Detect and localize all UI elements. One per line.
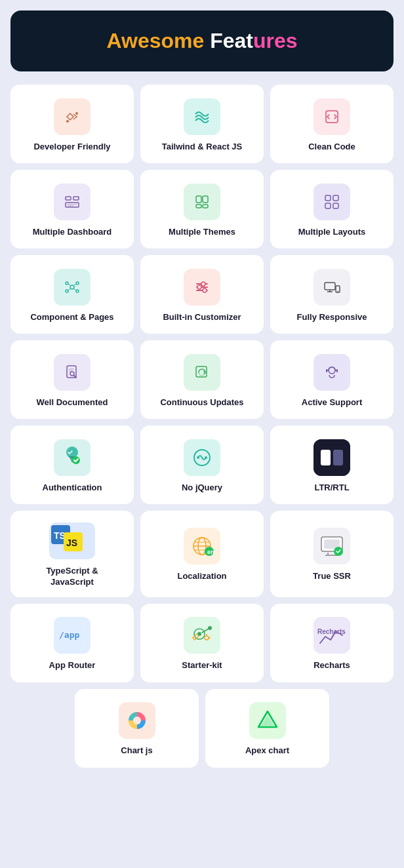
feature-apex-chart: Apex chart <box>205 689 329 768</box>
apex-chart-label: Apex chart <box>245 745 289 757</box>
feature-authentication: Authentication <box>10 425 134 504</box>
svg-point-36 <box>201 282 205 286</box>
ltr-rtl-icon <box>313 439 350 476</box>
starter-kit-icon <box>184 617 220 654</box>
multiple-layouts-icon <box>313 184 350 220</box>
feature-typescript-js: TS JS TypeScript &JavaScript <box>10 511 134 597</box>
feature-recharts: Recharts Recharts <box>270 604 394 682</box>
starter-kit-label: Starter-kit <box>182 660 222 671</box>
fully-responsive-icon <box>313 269 350 306</box>
chart-js-icon <box>119 702 155 739</box>
svg-point-2 <box>66 120 69 123</box>
continuous-updates-icon <box>184 354 220 391</box>
svg-rect-17 <box>320 190 344 214</box>
features-grid-row4: Well Documented Continuous Updates <box>10 340 394 419</box>
svg-point-1 <box>75 112 78 115</box>
svg-rect-98 <box>313 617 350 654</box>
feature-no-jquery: No jQuery <box>140 425 264 504</box>
developer-friendly-label: Developer Friendly <box>33 142 110 153</box>
feature-chart-js: Chart js <box>75 689 199 768</box>
feature-multiple-layouts: Multiple Layouts <box>270 170 394 248</box>
ltr-rtl-label: LTR/RTL <box>314 483 349 494</box>
svg-point-101 <box>133 717 141 724</box>
app-router-label: App Router <box>49 660 96 671</box>
recharts-icon: Recharts <box>313 617 350 654</box>
features-grid-row6: TS JS TypeScript &JavaScript en <box>10 511 394 597</box>
svg-rect-6 <box>60 190 84 214</box>
component-pages-icon <box>54 269 91 306</box>
svg-rect-91 <box>184 617 220 654</box>
svg-point-38 <box>203 288 207 292</box>
fully-responsive-label: Fully Responsive <box>297 312 367 323</box>
features-grid-row7: /app App Router Starter-ki <box>10 604 394 682</box>
recharts-label: Recharts <box>313 660 350 671</box>
no-jquery-label: No jQuery <box>182 483 222 494</box>
developer-friendly-icon <box>54 98 91 135</box>
tailwind-react-icon <box>184 98 220 135</box>
tailwind-react-label: Tailwind & React JS <box>162 142 243 153</box>
feature-multiple-themes: Multiple Themes <box>140 170 264 248</box>
feature-component-pages: Component & Pages <box>10 255 134 334</box>
component-pages-label: Component & Pages <box>30 312 113 323</box>
multiple-themes-icon <box>184 184 220 220</box>
multiple-dashboard-label: Multiple Dashboard <box>33 227 112 238</box>
authentication-label: Authentication <box>43 483 102 494</box>
feature-active-support: Active Support <box>270 340 394 419</box>
svg-text:JS: JS <box>66 538 77 548</box>
feature-ltr-rtl: LTR/RTL <box>270 425 394 504</box>
well-documented-icon <box>54 354 91 391</box>
svg-rect-12 <box>190 190 214 214</box>
true-ssr-icon <box>313 528 350 564</box>
svg-text:/app: /app <box>59 630 79 640</box>
active-support-label: Active Support <box>302 397 362 408</box>
svg-point-65 <box>197 456 199 459</box>
svg-rect-67 <box>313 439 350 476</box>
svg-rect-58 <box>326 369 327 372</box>
authentication-icon <box>54 439 91 476</box>
header-banner: Awesome Features <box>10 10 394 71</box>
svg-rect-0 <box>60 105 84 128</box>
feature-app-router: /app App Router <box>10 604 134 682</box>
feature-starter-kit: Starter-kit <box>140 604 264 682</box>
svg-point-93 <box>197 632 201 636</box>
no-jquery-icon <box>184 439 220 476</box>
clean-code-icon <box>313 98 350 135</box>
features-grid-row1: Developer Friendly Tailwind & React JS <box>10 85 394 163</box>
svg-rect-51 <box>190 361 214 384</box>
svg-rect-68 <box>321 450 331 465</box>
feature-tailwind-react: Tailwind & React JS <box>140 85 264 163</box>
clean-code-label: Clean Code <box>308 142 355 153</box>
svg-point-44 <box>337 290 338 292</box>
feature-localization: en Localization <box>140 511 264 597</box>
app-router-icon: /app <box>54 617 91 654</box>
svg-rect-59 <box>336 369 338 372</box>
feature-developer-friendly: Developer Friendly <box>10 85 134 163</box>
builtin-customizer-icon <box>184 269 220 306</box>
features-grid-row2: Multiple Dashboard Multiple Themes <box>10 170 394 248</box>
svg-rect-45 <box>60 361 84 384</box>
features-grid-row3: Component & Pages Built-in Customizer <box>10 255 394 334</box>
feature-builtin-customizer: Built-in Customizer <box>140 255 264 334</box>
typescript-js-icon: TS JS <box>49 523 95 559</box>
multiple-dashboard-icon <box>54 184 91 220</box>
features-grid-row8: Chart js Apex chart <box>10 689 394 768</box>
svg-text:en: en <box>207 549 214 555</box>
feature-clean-code: Clean Code <box>270 85 394 163</box>
page-title: Awesome Features <box>24 29 380 53</box>
feature-multiple-dashboard: Multiple Dashboard <box>10 170 134 248</box>
multiple-themes-label: Multiple Themes <box>169 227 235 238</box>
active-support-icon <box>313 354 350 391</box>
feature-well-documented: Well Documented <box>10 340 134 419</box>
svg-point-37 <box>197 285 201 289</box>
well-documented-label: Well Documented <box>37 397 108 408</box>
chart-js-label: Chart js <box>121 745 152 757</box>
localization-icon: en <box>184 528 220 564</box>
true-ssr-label: True SSR <box>313 571 351 582</box>
feature-fully-responsive: Fully Responsive <box>270 255 394 334</box>
localization-label: Localization <box>177 571 226 582</box>
svg-point-66 <box>205 456 207 459</box>
svg-point-94 <box>208 626 212 630</box>
multiple-layouts-label: Multiple Layouts <box>298 227 366 238</box>
feature-true-ssr: True SSR <box>270 511 394 597</box>
svg-rect-54 <box>320 361 344 384</box>
